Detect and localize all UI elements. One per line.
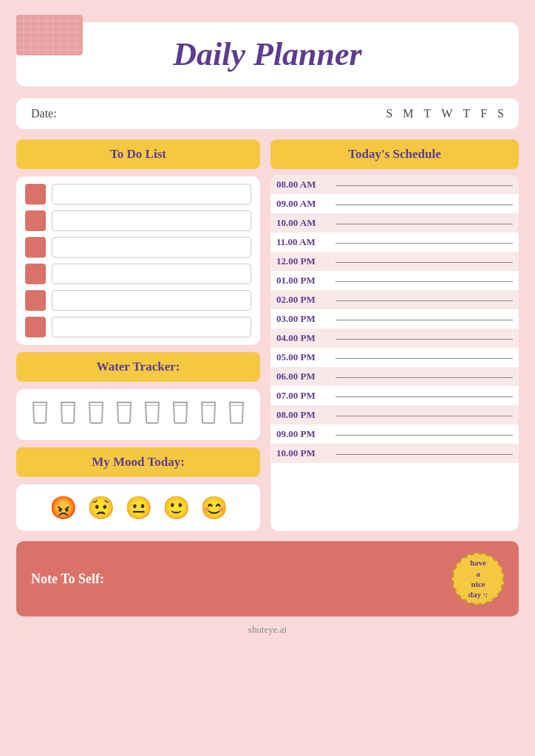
schedule-row[interactable]: 11.00 AM	[270, 233, 519, 252]
time-label: 01.00 PM	[276, 275, 330, 286]
schedule-row[interactable]: 10.00 PM	[270, 444, 519, 463]
schedule-line	[335, 300, 513, 301]
schedule-row[interactable]: 04.00 PM	[270, 329, 519, 348]
todo-input-line[interactable]	[52, 237, 251, 258]
schedule-row[interactable]: 08.00 AM	[270, 175, 519, 194]
schedule-line	[335, 281, 513, 282]
date-label: Date:	[31, 107, 57, 120]
mood-header: My Mood Today:	[16, 447, 260, 477]
schedule-line	[335, 185, 513, 186]
day-label: T	[463, 107, 470, 120]
todo-item[interactable]	[25, 317, 251, 337]
water-glass-icon[interactable]	[30, 399, 50, 430]
time-label: 05.00 PM	[276, 351, 330, 363]
title-area: Daily Planner	[16, 22, 519, 86]
left-column: To Do List Water Tracker:	[16, 140, 260, 531]
schedule-header: Today's Schedule	[270, 140, 519, 169]
water-tracker-header: Water Tracker:	[16, 352, 260, 382]
time-label: 03.00 PM	[276, 313, 330, 325]
todo-checkbox[interactable]	[25, 237, 46, 258]
water-glass-icon[interactable]	[86, 399, 106, 430]
right-column: Today's Schedule 08.00 AM09.00 AM10.00 A…	[270, 140, 519, 531]
mood-emoji[interactable]: 😊	[200, 495, 228, 520]
time-label: 06.00 PM	[276, 371, 330, 382]
days-of-week: SMTWTFS	[386, 107, 504, 120]
water-glass-icon[interactable]	[170, 399, 191, 430]
water-glass-icon[interactable]	[142, 399, 163, 430]
daily-planner-page: Daily Planner Date: SMTWTFS To Do List W…	[16, 15, 519, 643]
footer: shuteye.ai	[16, 616, 519, 643]
schedule-row[interactable]: 09.00 AM	[270, 194, 519, 213]
todo-input-line[interactable]	[52, 210, 251, 231]
todo-item[interactable]	[25, 290, 251, 311]
schedule-line	[335, 320, 513, 320]
nice-day-badge: haveaniceday ·:	[452, 553, 504, 605]
schedule-line	[335, 435, 513, 436]
schedule-line	[335, 358, 513, 359]
schedule-line	[335, 224, 513, 224]
water-glass-icon[interactable]	[58, 399, 78, 430]
todo-input-line[interactable]	[52, 264, 251, 284]
schedule-wrapper: 08.00 AM09.00 AM10.00 AM11.00 AM12.00 PM…	[270, 175, 519, 531]
time-label: 09.00 AM	[276, 198, 330, 210]
schedule-line	[335, 339, 513, 340]
water-glass-icon[interactable]	[114, 399, 134, 430]
todo-item[interactable]	[25, 237, 251, 258]
time-label: 02.00 PM	[276, 294, 330, 306]
day-label: F	[480, 107, 487, 120]
todo-checkbox[interactable]	[25, 290, 46, 311]
schedule-row[interactable]: 12.00 PM	[270, 252, 519, 271]
schedule-row[interactable]: 10.00 AM	[270, 213, 519, 233]
todo-item[interactable]	[25, 210, 251, 231]
time-label: 11.00 AM	[276, 236, 330, 248]
water-glass-icon[interactable]	[226, 399, 247, 430]
mood-emoji[interactable]: 🙂	[163, 495, 190, 520]
schedule-row[interactable]: 03.00 PM	[270, 309, 519, 329]
day-label: W	[441, 107, 452, 120]
todo-item[interactable]	[25, 184, 251, 205]
todo-header: To Do List	[16, 140, 260, 169]
todo-input-line[interactable]	[52, 290, 251, 311]
schedule-row[interactable]: 09.00 PM	[270, 425, 519, 444]
todo-input-line[interactable]	[52, 317, 251, 337]
time-label: 07.00 PM	[276, 390, 330, 402]
todo-checkbox[interactable]	[25, 184, 46, 205]
todo-checkbox[interactable]	[25, 317, 46, 337]
time-label: 04.00 PM	[276, 332, 330, 344]
schedule-line	[335, 377, 513, 378]
footer-text: shuteye.ai	[248, 624, 287, 635]
mood-emoji[interactable]: 😟	[87, 495, 115, 520]
date-row: Date: SMTWTFS	[16, 98, 519, 129]
schedule-row[interactable]: 02.00 PM	[270, 290, 519, 309]
schedule-line	[335, 205, 513, 205]
todo-checkbox[interactable]	[25, 264, 46, 284]
schedule-times: 08.00 AM09.00 AM10.00 AM11.00 AM12.00 PM…	[270, 175, 519, 463]
mood-emoji[interactable]: 😡	[50, 495, 77, 520]
todo-panel	[16, 176, 260, 345]
badge-text: haveaniceday ·:	[468, 557, 488, 599]
day-label: M	[403, 107, 413, 120]
time-label: 12.00 PM	[276, 255, 330, 267]
page-title: Daily Planner	[173, 36, 361, 72]
schedule-line	[335, 262, 513, 263]
todo-checkbox[interactable]	[25, 210, 46, 231]
time-label: 08.00 AM	[276, 179, 330, 190]
schedule-row[interactable]: 06.00 PM	[270, 367, 519, 386]
mood-panel: 😡😟😐🙂😊	[16, 484, 260, 531]
water-panel	[16, 389, 260, 440]
schedule-line	[335, 243, 513, 244]
day-label: S	[386, 107, 392, 120]
day-label: T	[424, 107, 432, 120]
note-label: Note To Self:	[31, 571, 104, 587]
note-section: Note To Self: haveaniceday ·:	[16, 541, 519, 616]
grid-decoration	[16, 15, 83, 55]
schedule-row[interactable]: 08.00 PM	[270, 405, 519, 425]
schedule-row[interactable]: 01.00 PM	[270, 271, 519, 290]
todo-item[interactable]	[25, 264, 251, 284]
schedule-row[interactable]: 07.00 PM	[270, 386, 519, 405]
schedule-row[interactable]: 05.00 PM	[270, 348, 519, 367]
mood-emoji[interactable]: 😐	[125, 495, 152, 520]
todo-input-line[interactable]	[52, 184, 251, 205]
water-glass-icon[interactable]	[198, 399, 219, 430]
time-label: 10.00 PM	[276, 447, 330, 459]
